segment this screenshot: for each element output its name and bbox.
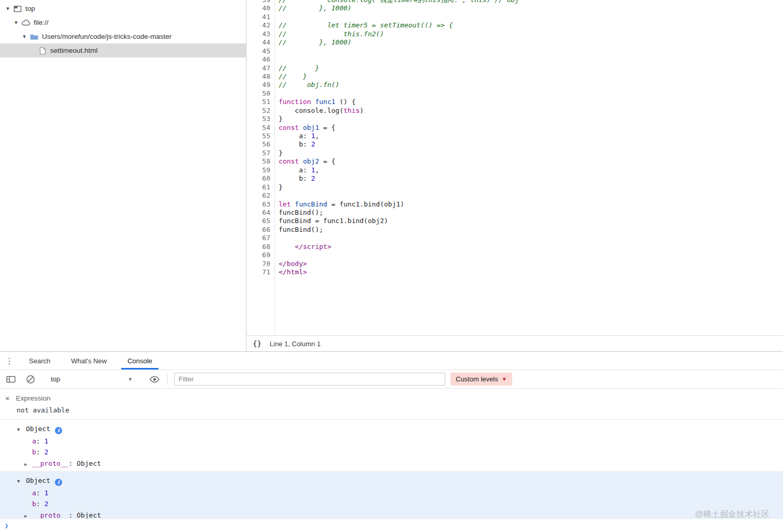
line-number[interactable]: 49: [247, 81, 274, 89]
line-number[interactable]: 57: [247, 149, 274, 157]
line-number[interactable]: 67: [247, 234, 274, 242]
line-number[interactable]: 53: [247, 115, 274, 123]
line-number[interactable]: 63: [247, 200, 274, 209]
code-text: </html>: [274, 268, 307, 276]
pretty-print-button[interactable]: {}: [253, 339, 262, 348]
more-tools-menu-icon[interactable]: ⋮: [0, 352, 19, 370]
line-number[interactable]: 58: [247, 157, 274, 166]
drawer-tab-console[interactable]: Console: [117, 352, 163, 370]
code-line: 44// }, 1000): [247, 38, 783, 47]
close-icon[interactable]: ×: [5, 394, 10, 402]
code-line: 50: [247, 90, 783, 98]
line-number[interactable]: 69: [247, 251, 274, 259]
disclosure-triangle-icon[interactable]: ▶: [24, 459, 32, 470]
code-line: 52 console.log(this): [247, 107, 783, 115]
disclosure-triangle-icon[interactable]: ▼: [17, 424, 26, 436]
line-number[interactable]: 43: [247, 30, 274, 38]
tree-item-top[interactable]: ▾top: [0, 2, 246, 16]
line-number[interactable]: 59: [247, 166, 274, 174]
line-number[interactable]: 52: [247, 107, 274, 115]
code-line: 63let funcBind = func1.bind(obj1): [247, 200, 783, 209]
disclosure-triangle-icon[interactable]: ▾: [21, 29, 28, 43]
code-line: 51function func1 () {: [247, 98, 783, 106]
property-value: Object: [77, 511, 101, 519]
line-number[interactable]: 41: [247, 13, 274, 21]
line-number[interactable]: 46: [247, 55, 274, 64]
console-filter-input[interactable]: [174, 373, 445, 386]
line-number[interactable]: 44: [247, 38, 274, 47]
line-number[interactable]: 56: [247, 140, 274, 149]
code-line: 64funcBind();: [247, 209, 783, 217]
object-property: b: 2: [0, 498, 783, 510]
disclosure-triangle-icon[interactable]: ▾: [12, 16, 20, 29]
code-text: // let timer5 = setTimeout(() => {: [274, 21, 453, 29]
prompt-chevron-icon: ❯: [5, 522, 8, 529]
clear-console-icon[interactable]: [26, 375, 35, 384]
code-line: 40// }, 1000): [247, 4, 783, 12]
code-text: </body>: [274, 260, 307, 268]
line-number[interactable]: 40: [247, 4, 274, 12]
property-value: 1: [44, 437, 48, 445]
code-text: }: [274, 115, 283, 123]
code-line: 70</body>: [247, 260, 783, 268]
line-number[interactable]: 55: [247, 132, 274, 140]
line-number[interactable]: 47: [247, 64, 274, 72]
line-number[interactable]: 39: [247, 0, 274, 4]
drawer-tab-what-s-new[interactable]: What's New: [61, 352, 117, 370]
eye-icon[interactable]: [149, 376, 160, 383]
console-sidebar-toggle-icon[interactable]: [6, 376, 16, 383]
code-line: 62: [247, 191, 783, 200]
console-log-entry: ▼Objectia: 1b: 2▶__proto__: Object: [0, 471, 783, 523]
custom-levels-dropdown[interactable]: Custom levels ▼: [451, 373, 512, 386]
line-number[interactable]: 71: [247, 268, 274, 276]
execution-context-selector[interactable]: top ▼: [46, 375, 138, 383]
line-number[interactable]: 68: [247, 243, 274, 251]
code-text: funcBind();: [274, 209, 323, 216]
line-number[interactable]: 64: [247, 209, 274, 217]
line-number[interactable]: 45: [247, 47, 274, 55]
console-toolbar: top ▼ Custom levels ▼: [0, 370, 783, 389]
line-number[interactable]: 66: [247, 226, 274, 234]
drawer-tab-search[interactable]: Search: [19, 352, 61, 370]
property-value: Object: [77, 460, 101, 467]
console-log-entry: ▼Objectia: 1b: 2▶__proto__: Object: [0, 420, 783, 471]
line-number[interactable]: 42: [247, 21, 274, 29]
line-number[interactable]: 70: [247, 260, 274, 268]
code-line: 60 b: 2: [247, 174, 783, 183]
disclosure-triangle-icon[interactable]: ▼: [17, 476, 26, 487]
expression-title: Expression: [16, 394, 51, 402]
line-number[interactable]: 50: [247, 90, 274, 98]
property-key: __proto__: [32, 511, 68, 519]
line-number[interactable]: 48: [247, 72, 274, 81]
object-preview[interactable]: ▼Objecti: [0, 423, 783, 436]
code-text: </script>: [274, 243, 331, 250]
line-number[interactable]: 60: [247, 174, 274, 183]
code-lines: 39// console.log('我是timer4的this指向:', thi…: [247, 0, 783, 276]
line-number[interactable]: 61: [247, 183, 274, 191]
console-prompt[interactable]: ❯: [0, 519, 783, 532]
code-editor[interactable]: 39// console.log('我是timer4的this指向:', thi…: [247, 0, 783, 335]
execution-context-label: top: [51, 375, 60, 383]
code-text: let funcBind = func1.bind(obj1): [274, 200, 404, 208]
code-text: const obj1 = {: [274, 124, 336, 131]
tree-item-settimeout-html[interactable]: settimeout.html: [0, 43, 246, 57]
code-line: 69: [247, 251, 783, 259]
tree-item-folder[interactable]: ▾Users/morefun/code/js-tricks-code-maste…: [0, 29, 246, 43]
cursor-position: Line 1, Column 1: [270, 340, 321, 348]
chevron-down-icon: ▼: [502, 376, 507, 382]
line-number[interactable]: 62: [247, 191, 274, 200]
line-number[interactable]: 65: [247, 217, 274, 225]
property-value: 1: [44, 489, 48, 497]
disclosure-triangle-icon[interactable]: ▾: [4, 2, 11, 16]
object-property: b: 2: [0, 447, 783, 458]
info-icon: i: [55, 427, 62, 434]
object-preview[interactable]: ▼Objecti: [0, 475, 783, 487]
code-line: 39// console.log('我是timer4的this指向:', thi…: [247, 0, 783, 4]
drawer-tabs: SearchWhat's NewConsole: [19, 352, 163, 370]
line-number[interactable]: 54: [247, 124, 274, 132]
code-text: console.log(this): [274, 107, 364, 114]
line-number[interactable]: 51: [247, 98, 274, 106]
code-line: 71</html>: [247, 268, 783, 276]
proto-property[interactable]: ▶__proto__: Object: [0, 458, 783, 470]
tree-item-file-scheme[interactable]: ▾file://: [0, 16, 246, 29]
